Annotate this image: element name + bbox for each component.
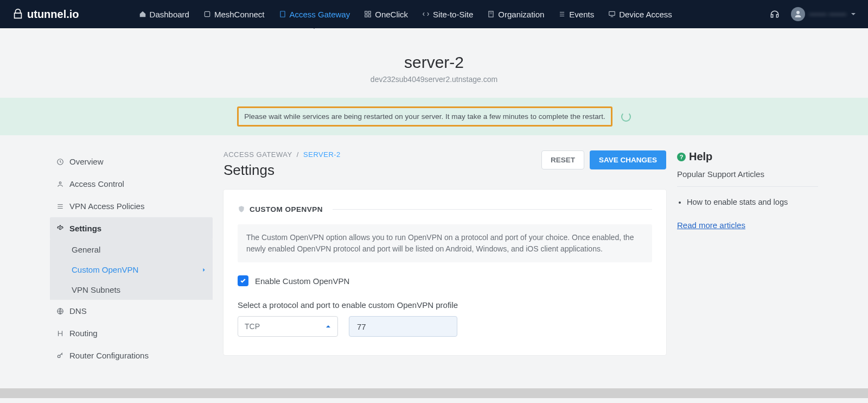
sidebar-item-access-control[interactable]: Access Control [50,173,213,195]
list-icon [56,203,64,210]
svg-rect-4 [365,15,367,17]
user-menu[interactable]: —— —— [791,7,856,21]
help-question-icon: ? [677,153,686,161]
nav-device-access-label: Device Access [619,10,672,19]
custom-openvpn-card: CUSTOM OPENVPN The Custom OpenVPN option… [224,190,666,355]
sidebar-sub-label: VPN Subnets [72,285,120,294]
server-title: server-2 [0,53,868,72]
support-headset-icon[interactable] [769,9,780,20]
loading-spinner-icon [621,112,631,122]
nav-oneclick[interactable]: OneClick [364,0,408,28]
caret-up-icon [326,324,331,329]
svg-rect-6 [489,11,493,17]
nav-dashboard-label: Dashboard [150,10,189,19]
svg-rect-5 [368,15,371,17]
server-icon [279,10,286,18]
restart-alert-bar: Please wait while services are being res… [0,98,868,135]
nav-access-gateway[interactable]: Access Gateway [279,0,350,28]
read-more-articles-link[interactable]: Read more articles [677,221,745,230]
port-input[interactable] [349,316,457,337]
mesh-icon [203,10,211,18]
nav-site-to-site-label: Site-to-Site [433,10,473,19]
arrows-icon [422,10,430,18]
brand-lock-icon [12,8,24,20]
sidebar-label: Routing [69,329,98,338]
nav-organization-label: Organization [498,10,544,19]
horizontal-scrollbar[interactable] [0,388,868,398]
center-column: ACCESS GATEWAY / SERVER-2 Settings RESET… [224,150,666,367]
help-article-link[interactable]: How to enable stats and logs [687,197,818,209]
clock-icon [56,158,64,166]
svg-rect-2 [365,11,367,14]
svg-rect-3 [368,11,371,14]
svg-point-9 [59,181,61,184]
svg-rect-7 [609,11,615,15]
page-header: server-2 dev232sub4049server2.utnstage.c… [0,28,868,84]
sidebar-item-routing[interactable]: Routing [50,322,213,344]
save-changes-button[interactable]: SAVE CHANGES [590,150,666,169]
divider [333,209,652,210]
reset-button[interactable]: RESET [541,150,584,169]
sidebar-label: VPN Access Policies [69,202,144,211]
sidebar-item-overview[interactable]: Overview [50,150,213,173]
svg-point-10 [59,228,61,230]
nav-meshconnect-label: MeshConnect [214,10,265,19]
top-nav: utunnel.io Dashboard MeshConnect Access … [0,0,868,28]
nav-access-gateway-label: Access Gateway [290,10,350,19]
svg-rect-0 [205,11,209,16]
brand-logo[interactable]: utunnel.io [12,8,79,21]
nav-organization[interactable]: Organization [487,0,544,28]
sidebar-label: Overview [69,157,104,166]
page-title: Settings [224,162,341,179]
help-articles-list: How to enable stats and logs [677,197,818,209]
user-name: —— —— [809,9,846,19]
nav-events[interactable]: Events [558,0,594,28]
main-grid: Overview Access Control VPN Access Polic… [0,135,868,367]
sidebar-sub-general[interactable]: General [50,240,213,260]
sidebar-item-settings[interactable]: Settings [50,217,213,240]
avatar [791,7,805,21]
sidebar-item-dns[interactable]: DNS [50,300,213,322]
protocol-value: TCP [245,322,260,331]
server-host: dev232sub4049server2.utnstage.com [0,75,868,84]
chevron-right-icon [202,268,206,272]
sidebar-label: Settings [69,224,101,233]
gear-icon [56,225,64,232]
nav-dashboard[interactable]: Dashboard [139,0,189,28]
nav-device-access[interactable]: Device Access [608,0,672,28]
shield-icon [238,205,245,213]
sidebar: Overview Access Control VPN Access Polic… [50,150,213,367]
sidebar-sub-label: General [72,245,100,254]
check-icon [240,278,246,284]
help-subtitle: Popular Support Articles [677,169,818,187]
restart-alert-message: Please wait while services are being res… [237,106,612,127]
sidebar-sub-vpn-subnets[interactable]: VPN Subnets [50,280,213,300]
home-icon [139,10,146,18]
sidebar-item-vpn-policies[interactable]: VPN Access Policies [50,195,213,217]
breadcrumb-current[interactable]: SERVER-2 [303,150,341,159]
sidebar-item-router-configs[interactable]: Router Configurations [50,344,213,367]
enable-custom-openvpn-checkbox[interactable] [238,275,248,286]
svg-rect-1 [280,11,284,17]
protocol-port-label: Select a protocol and port to enable cus… [238,300,652,310]
nav-meshconnect[interactable]: MeshConnect [203,0,265,28]
sidebar-sub-label: Custom OpenVPN [72,265,138,274]
monitor-icon [608,10,616,18]
breadcrumb-root[interactable]: ACCESS GATEWAY [224,150,292,159]
sidebar-settings-submenu: General Custom OpenVPN VPN Subnets [50,240,213,300]
caret-down-icon [851,11,856,17]
nav-oneclick-label: OneClick [375,10,408,19]
protocol-select[interactable]: TCP [238,316,338,337]
routing-icon [56,330,64,337]
checkbox-label: Enable Custom OpenVPN [255,276,349,286]
brand-name: utunnel.io [27,8,79,21]
card-description: The Custom OpenVPN option allows you to … [238,224,652,262]
nav-site-to-site[interactable]: Site-to-Site [422,0,473,28]
key-icon [56,352,64,360]
svg-point-12 [58,355,60,357]
user-icon [793,9,803,19]
sidebar-label: Router Configurations [69,351,149,360]
help-title-row: ? Help [677,150,818,163]
sidebar-sub-custom-openvpn[interactable]: Custom OpenVPN [50,260,213,280]
globe-icon [56,307,64,315]
